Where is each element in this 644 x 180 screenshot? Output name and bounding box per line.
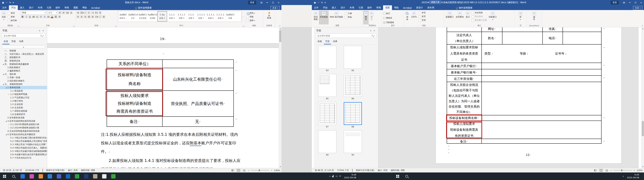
highlight-button[interactable]: ab [47, 15, 50, 18]
page-thumbnail[interactable]: 89 [318, 130, 336, 156]
shading-fill-button[interactable]: ◇ [99, 15, 102, 18]
show-desktop-button[interactable] [359, 173, 360, 180]
expander-icon[interactable]: ◢ [2, 64, 4, 65]
ribbon-tab[interactable]: 审阅 [374, 5, 383, 10]
view-side-by-side-button[interactable]: 并排查看 [471, 11, 488, 14]
heading-item[interactable]: 2 综合报价表格式 [0, 79, 47, 83]
heading-item[interactable]: 2 偏差表格式 [0, 69, 47, 73]
side-to-side-button[interactable]: 翻 页 [369, 11, 374, 24]
nav-tab[interactable]: 结果 [332, 39, 339, 44]
cell-remarks-label[interactable]: 备注↵ [447, 139, 481, 144]
heading-item[interactable]: ◢ 5 近年发生的诉讼及仲裁情况 [0, 133, 47, 136]
close-button[interactable]: × [276, 0, 282, 5]
heading-item[interactable]: 2 近年财务状况表 [0, 116, 47, 119]
heading-item[interactable]: 一、 投标函 [0, 49, 47, 52]
ruler-checkbox[interactable]: 标尺 [383, 12, 403, 15]
heading-item[interactable]: 四、 投标保证金 [0, 59, 47, 63]
page-thumbnail[interactable]: 84 [344, 46, 362, 72]
page-indicator[interactable]: 第 88 页, 共 120 页 [313, 169, 336, 172]
align-center-button[interactable]: ≡ [80, 15, 83, 18]
page-thumbnail[interactable]: 85 [318, 74, 336, 100]
split-button[interactable]: 拆分 [465, 11, 471, 24]
text-effects-button[interactable]: A [43, 15, 46, 18]
web-layout-button[interactable]: Web 版式视图 [329, 11, 344, 24]
styles-more-button[interactable]: ⌄ [242, 11, 244, 22]
heading-item[interactable]: ◢ 六、 报价表 [0, 73, 47, 76]
ribbon-tab[interactable]: 表设计 [414, 5, 425, 10]
taskbar-app-button-printer[interactable] [91, 173, 100, 180]
taskbar-search-button-2[interactable] [402, 173, 411, 180]
search-input[interactable] [317, 34, 370, 37]
expander-icon[interactable]: ◢ [5, 120, 8, 122]
page-19-bottom[interactable]: 19↵ [47, 27, 279, 43]
minimize-button[interactable] [264, 0, 270, 5]
borders-button[interactable]: ⊞ [102, 15, 105, 18]
page-12[interactable]: 网址↵ 传真↵ 法定代表人 （单位负责人） 姓名↵ 电话↵ 投标人须知要求投标 … [436, 27, 621, 163]
heading-item[interactable]: 1.6 企业名称 [0, 106, 47, 109]
cell-equip-certs-label[interactable]: 投标人须知要求 投标设备制造商需具 有的资质证书 [447, 121, 481, 139]
ribbon-tab[interactable]: 文件 [0, 5, 9, 10]
style-item[interactable]: 1.1.1.1 标题 5 [177, 11, 186, 22]
bullets-button[interactable]: ⁝≡ [76, 11, 79, 14]
change-case-button[interactable]: Aa [66, 11, 69, 14]
sort-button[interactable]: A↓ [95, 11, 98, 14]
reset-window-position-button[interactable]: 重设窗口位置 [471, 18, 488, 22]
underline-button[interactable]: U [28, 15, 31, 18]
page-thumbnail[interactable]: 88 [344, 102, 362, 128]
superscript-button[interactable]: x² [40, 15, 42, 18]
zoom-button[interactable]: 缩 放 [404, 11, 410, 24]
multiple-pages-button[interactable]: 多页 [418, 15, 426, 18]
cell-bank-label[interactable]: 基本账户开户银行↵ [447, 63, 481, 69]
taskbar-app-button-office[interactable] [64, 173, 72, 180]
save-icon[interactable]: ▣ [2, 1, 4, 4]
font-dialog-launcher[interactable] [74, 25, 75, 27]
style-item[interactable]: 1.1.1.1. 标题 8 [206, 11, 216, 22]
qat-customize-icon[interactable]: ▾ [13, 1, 14, 4]
tell-me-search[interactable]: 操作说明搜索 [133, 5, 154, 10]
taskbar-clock-2[interactable]: 9:49 2025-09-08 [626, 174, 640, 179]
ribbon-tab[interactable]: 设计 [27, 5, 36, 10]
redo-icon[interactable]: ↻ [321, 1, 323, 4]
read-mode-button[interactable]: 阅读 视图 [313, 11, 318, 24]
input-method-indicator[interactable]: 中 [339, 175, 341, 178]
scroll-up-arrow[interactable]: ▲ [642, 27, 644, 30]
font-name-combo[interactable]: 宋体▾ [21, 11, 46, 14]
italic-button[interactable]: I [25, 15, 28, 18]
read-mode-button[interactable] [230, 169, 235, 172]
search-input[interactable] [3, 34, 39, 37]
word-count[interactable]: 57094 个字 [336, 169, 351, 172]
table-notes[interactable]: 注:1.投标人应根据投标人须知第 3.5.1 项的要求在本表后附相关证明材料。境… [101, 130, 242, 168]
line-spacing-button[interactable]: ⇕≡ [95, 15, 98, 18]
heading-item[interactable]: ◢ 五、 投标响应表及偏差表 [0, 63, 47, 66]
style-item[interactable]: 1 Aa 标题 2 [157, 11, 167, 22]
tray-network-icon[interactable]: ▟ [332, 175, 334, 177]
subscript-button[interactable]: x₂ [36, 15, 38, 18]
cell-cert-grade[interactable]: 等级： [520, 45, 543, 63]
ribbon-display-options-icon[interactable] [621, 0, 627, 5]
page-20[interactable]: ↵ 关系的不同单位） 投标材料/设备制造 商名称 山东科兴化工有限责任公司↵ 投… [47, 48, 279, 168]
ribbon-tab[interactable]: 邮件 [54, 5, 62, 10]
track-changes-indicator[interactable]: 修订: 关闭 [66, 169, 79, 172]
page-indicator[interactable]: 第 19 页, 共 337 页 [1, 169, 24, 172]
page-thumbnail[interactable]: 83 [318, 46, 336, 72]
page-thumbnail[interactable]: 90 [344, 130, 362, 156]
zoom-100-button[interactable]: 100% [410, 11, 418, 24]
numbering-button[interactable]: ⒈≡ [80, 11, 83, 14]
zoom-out-button[interactable]: − [248, 169, 249, 172]
vertical-scrollbar-right[interactable]: ▲ ▼ [641, 27, 644, 168]
document-search-box[interactable]: ▾ [316, 33, 376, 38]
track-changes-indicator[interactable]: 修订: 关闭 [376, 169, 389, 172]
show-desktop-button-2[interactable] [642, 173, 643, 180]
heading-item[interactable]: 二、 法定代表人（单位负责人）身份证明 [0, 52, 47, 56]
share-button[interactable]: 共享▾ [633, 6, 642, 10]
cell-cert-number[interactable]: 证书号： [555, 45, 585, 63]
taskbar-app-button-sync[interactable] [72, 173, 82, 180]
grow-font-button[interactable]: A˄ [59, 11, 62, 14]
multilevel-list-button[interactable]: ⁝⁝ [84, 11, 87, 14]
taskbar-app-button-teams[interactable] [54, 173, 64, 180]
zoom-level[interactable]: 140% [274, 169, 280, 172]
start-button[interactable] [0, 173, 9, 180]
heading-item[interactable]: ▷ 3.2 2024年度销售业绩统计表 [0, 126, 47, 129]
ribbon-tab[interactable]: 布局 [36, 5, 44, 10]
heading-item[interactable]: ◢ 1 基本情况表 [0, 86, 47, 89]
